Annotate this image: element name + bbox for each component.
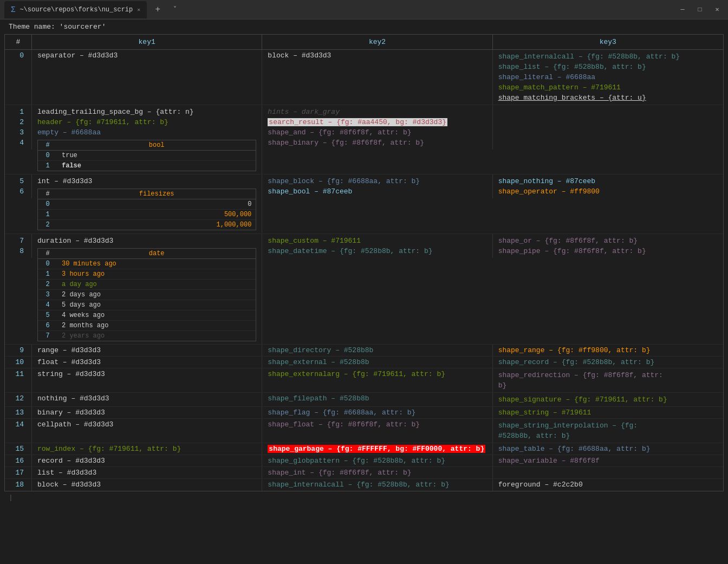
date-inner-table: # date 0 30 minutes ago 1 3 hours ago 2 … <box>37 248 256 341</box>
table-row-13: 13 binary – #d3d3d3 shape_flag – {fg: #6… <box>5 407 723 419</box>
tab-label: ~\source\repos\forks\nu_scrip <box>20 6 133 14</box>
bool-inner-table: # bool 0 true 1 false <box>37 140 256 171</box>
table-row: 0 separator – #d3d3d3 block – #d3d3d3 sh… <box>5 50 723 105</box>
bool-row1-num: 1 <box>38 161 57 171</box>
date-row-3: 3 2 days ago <box>38 290 256 300</box>
minimize-button[interactable]: — <box>676 3 689 16</box>
row-num-1-4: 1 2 3 4 <box>5 105 32 150</box>
row0-key1: separator – #d3d3d3 <box>32 50 262 105</box>
row-num-5-6: 5 6 <box>5 174 32 198</box>
date-row2-num: 2 <box>38 280 57 289</box>
row14-key2: shape_float – {fg: #8f6f8f, attr: b} <box>262 419 492 443</box>
row9-key2: shape_directory – #528b8b <box>262 345 492 356</box>
bool-col-hash: # <box>38 140 57 150</box>
bool-row-1: 1 false <box>38 161 256 171</box>
row0-key3: shape_internalcall – {fg: #528b8b, attr:… <box>493 50 723 105</box>
row5-6-key1: int – #d3d3d3 # filesizes 0 0 1 500,000 … <box>32 174 262 233</box>
hints-dim-text: hints – dark_gray <box>268 107 486 117</box>
filesizes-row2-num: 2 <box>38 220 57 230</box>
row-num-18: 18 <box>5 479 32 491</box>
row14-key1: cellpath – #d3d3d3 <box>32 419 262 443</box>
date-col-hash: # <box>38 249 57 258</box>
row12-key2: shape_filepath – #528b8b <box>262 393 492 406</box>
terminal-tab[interactable]: Σ ~\source\repos\forks\nu_scrip ✕ <box>4 1 147 18</box>
date-row-4: 4 5 days ago <box>38 300 256 310</box>
date-row-6: 6 2 months ago <box>38 321 256 331</box>
date-row2-val: a day ago <box>57 280 256 289</box>
cursor-line: | <box>0 491 728 504</box>
table-row-10: 10 float – #d3d3d3 shape_external – #528… <box>5 356 723 368</box>
row1-4-key2: hints – dark_gray search_result – {fg: #… <box>262 105 492 150</box>
row7-8-key3: shape_or – {fg: #8f6f8f, attr: b} shape_… <box>493 234 723 258</box>
maximize-button[interactable]: □ <box>693 3 706 16</box>
filesizes-row-0: 0 0 <box>38 199 256 210</box>
row13-key1: binary – #d3d3d3 <box>32 407 262 418</box>
col-header-key1: key1 <box>32 35 262 49</box>
table-row-16: 16 record – #d3d3d3 shape_globpattern – … <box>5 455 723 467</box>
filesizes-row1-num: 1 <box>38 210 57 219</box>
table-row-9: 9 range – #d3d3d3 shape_directory – #528… <box>5 345 723 356</box>
row11-key3: shape_redirection – {fg: #8f6f8f, attr: … <box>493 368 723 392</box>
row9-key1: range – #d3d3d3 <box>32 345 262 356</box>
row-num-9: 9 <box>5 345 32 356</box>
row-num-17: 17 <box>5 467 32 478</box>
filesizes-row0-num: 0 <box>38 199 57 209</box>
row9-key3: shape_range – {fg: #ff9800, attr: b} <box>493 345 723 356</box>
main-table: # key1 key2 key3 0 separator – #d3d3d3 b… <box>4 34 724 491</box>
bool-row-0: 0 true <box>38 151 256 161</box>
row0-key2: block – #d3d3d3 <box>262 50 492 105</box>
date-row5-val: 4 weeks ago <box>57 310 256 320</box>
row-num-15: 15 <box>5 443 32 455</box>
date-row3-num: 3 <box>38 290 57 300</box>
theme-name-line: Theme name: 'sourcerer' <box>0 20 728 34</box>
row5-6-key2: shape_block – {fg: #6688aa, attr: b} sha… <box>262 174 492 198</box>
row-num-14: 14 <box>5 419 32 443</box>
table-row-11: 11 string – #d3d3d3 shape_externalarg – … <box>5 368 723 393</box>
row15-key2: shape_garbage – {fg: #FFFFFF, bg: #FF000… <box>262 443 492 455</box>
date-row-7: 7 2 years ago <box>38 331 256 341</box>
date-row0-num: 0 <box>38 259 57 269</box>
table-row-18: 18 block – #d3d3d3 shape_internalcall – … <box>5 479 723 491</box>
row11-key1: string – #d3d3d3 <box>32 368 262 392</box>
date-table-header: # date <box>38 249 256 259</box>
tab-dropdown-button[interactable]: ˅ <box>168 3 181 16</box>
row12-key3: shape_signature – {fg: #719611, attr: b} <box>493 393 723 406</box>
bool-row0-num: 0 <box>38 151 57 160</box>
date-row-0: 0 30 minutes ago <box>38 259 256 269</box>
row16-key1: record – #d3d3d3 <box>32 455 262 466</box>
row14-key3: shape_string_interpolation – {fg: #528b8… <box>493 419 723 443</box>
table-row-17: 17 list – #d3d3d3 shape_int – {fg: #8f6f… <box>5 467 723 479</box>
date-row-2: 2 a day ago <box>38 280 256 290</box>
filesizes-row0-val: 0 <box>57 199 256 209</box>
row1-4-key1: leading_trailing_space_bg – {attr: n} he… <box>32 105 262 174</box>
date-row6-val: 2 months ago <box>57 321 256 330</box>
row1-4-key3 <box>493 105 723 108</box>
tab-close-button[interactable]: ✕ <box>137 7 140 13</box>
titlebar: Σ ~\source\repos\forks\nu_scrip ✕ + ˅ — … <box>0 0 728 20</box>
row10-key2: shape_external – #528b8b <box>262 356 492 368</box>
date-row-5: 5 4 weeks ago <box>38 310 256 321</box>
close-button[interactable]: ✕ <box>711 3 724 16</box>
table-row-7-8: 7 8 duration – #d3d3d3 # date 0 30 minut… <box>5 234 723 345</box>
date-col-val: date <box>57 249 256 258</box>
date-row6-num: 6 <box>38 321 57 330</box>
row-num-12: 12 <box>5 393 32 406</box>
row13-key3: shape_string – #719611 <box>493 407 723 418</box>
search-result-highlight: search_result – {fg: #aa4450, bg: #d3d3d… <box>268 117 486 127</box>
date-row3-val: 2 days ago <box>57 290 256 300</box>
date-row-1: 1 3 hours ago <box>38 269 256 280</box>
row17-key2: shape_int – {fg: #8f6f8f, attr: b} <box>262 467 492 478</box>
bool-row1-val: false <box>57 161 256 171</box>
table-row-5-6: 5 6 int – #d3d3d3 # filesizes 0 0 1 500,… <box>5 174 723 234</box>
new-tab-button[interactable]: + <box>151 3 164 16</box>
row-num-13: 13 <box>5 407 32 418</box>
terminal-icon: Σ <box>11 5 15 14</box>
window-controls: — □ ✕ <box>676 3 724 16</box>
row7-8-key2: shape_custom – #719611 shape_datetime – … <box>262 234 492 258</box>
table-header-row: # key1 key2 key3 <box>5 35 723 50</box>
row18-key3: foreground – #c2c2b0 <box>493 479 723 491</box>
row17-key1: list – #d3d3d3 <box>32 467 262 478</box>
date-row1-val: 3 hours ago <box>57 269 256 279</box>
date-row0-val: 30 minutes ago <box>57 259 256 269</box>
row15-key1: row_index – {fg: #719611, attr: b} <box>32 443 262 455</box>
